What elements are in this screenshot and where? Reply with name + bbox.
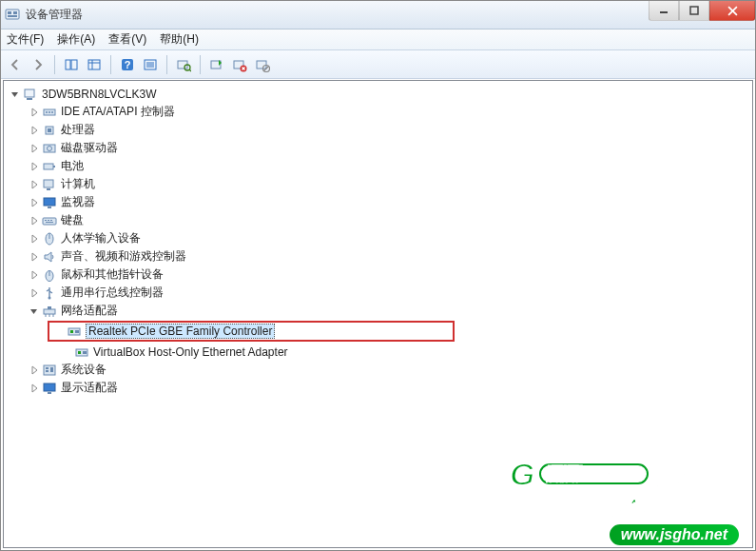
monitor-icon (42, 195, 57, 210)
svg-rect-39 (53, 166, 55, 167)
svg-rect-41 (47, 188, 50, 190)
sound-icon (42, 249, 57, 265)
tree-node[interactable]: 电池 (8, 157, 752, 175)
disable-button[interactable] (252, 54, 273, 75)
tree-node[interactable]: 计算机 (8, 175, 752, 193)
tree-node[interactable]: 3DW5BRN8LVCLK3W (8, 85, 752, 103)
tree-node[interactable]: 网络适配器 (8, 302, 752, 320)
toolbar-separator (200, 55, 201, 74)
svg-rect-6 (66, 60, 70, 69)
tree-node-label: 通用串行总线控制器 (61, 285, 164, 301)
svg-rect-38 (44, 164, 53, 169)
tree-node-label: 系统设备 (61, 362, 107, 378)
tree-node-label: 显示适配器 (61, 380, 118, 396)
tree-node[interactable]: 人体学输入设备 (8, 229, 752, 247)
expander-icon[interactable] (29, 287, 40, 299)
svg-rect-42 (44, 198, 55, 206)
svg-rect-25 (257, 61, 266, 69)
menu-help[interactable]: 帮助(H) (160, 31, 199, 48)
menu-action[interactable]: 操作(A) (57, 31, 95, 48)
expander-icon[interactable] (29, 305, 40, 317)
device-tree[interactable]: 3DW5BRN8LVCLK3WIDE ATA/ATAPI 控制器处理器磁盘驱动器… (8, 85, 752, 397)
svg-line-19 (189, 69, 191, 71)
expander-icon[interactable] (29, 107, 40, 118)
show-hide-console-button[interactable] (61, 54, 82, 75)
window-controls (649, 1, 755, 21)
close-button[interactable] (709, 1, 755, 21)
svg-rect-29 (27, 98, 32, 100)
expander-icon[interactable] (29, 161, 40, 172)
scan-hardware-button[interactable] (173, 54, 194, 75)
expander-icon[interactable] (29, 215, 40, 226)
uninstall-button[interactable] (229, 54, 250, 75)
menu-view[interactable]: 查看(V) (108, 31, 146, 48)
tree-node[interactable]: 监视器 (8, 193, 752, 211)
svg-rect-61 (75, 330, 79, 333)
ide-icon (42, 105, 57, 120)
expander-icon[interactable] (29, 383, 40, 394)
forward-button[interactable] (28, 54, 48, 75)
nic-icon (67, 324, 82, 339)
watermark-logo-icon: G (510, 458, 535, 490)
expander-icon[interactable] (29, 125, 40, 136)
tree-node-label: 网络适配器 (61, 303, 118, 319)
tree-node-label: 电池 (61, 158, 84, 174)
tree-node-label: 键盘 (61, 212, 84, 228)
expander-icon[interactable] (29, 197, 40, 208)
network-icon (42, 304, 57, 319)
svg-rect-1 (8, 11, 11, 14)
tree-node[interactable]: 显示适配器 (8, 379, 752, 397)
toolbar: ? (1, 50, 755, 79)
tree-node[interactable]: VirtualBox Host-Only Ethernet Adapter (8, 343, 752, 361)
update-driver-button[interactable] (206, 54, 227, 75)
svg-rect-48 (46, 222, 53, 223)
toolbar-separator (110, 55, 111, 74)
expander-icon[interactable] (29, 269, 40, 281)
tree-node[interactable]: 处理器 (8, 121, 752, 139)
svg-rect-7 (71, 60, 77, 69)
watermark-brand1-suffix: 软件园 (652, 460, 741, 488)
help-button[interactable]: ? (117, 54, 138, 75)
expander-icon[interactable] (61, 346, 72, 358)
expander-icon[interactable] (29, 364, 40, 376)
tree-node[interactable]: 系统设备 (8, 361, 752, 379)
svg-rect-55 (48, 306, 51, 309)
maximize-button[interactable] (679, 1, 709, 21)
display-icon (42, 381, 57, 396)
toolbar-separator (166, 55, 167, 74)
show-detail-button[interactable] (84, 54, 105, 75)
svg-point-33 (51, 111, 53, 113)
watermark-url: www.jsgho.net (608, 522, 741, 547)
tree-node[interactable]: 键盘 (8, 211, 752, 229)
properties-button[interactable] (140, 54, 161, 75)
svg-rect-54 (44, 309, 55, 314)
svg-rect-28 (25, 89, 34, 97)
menu-file[interactable]: 文件(F) (7, 31, 44, 48)
svg-rect-65 (44, 365, 55, 375)
tree-node[interactable]: Realtek PCIe GBE Family Controller (49, 323, 275, 341)
expander-icon[interactable] (29, 251, 40, 263)
expander-icon[interactable] (29, 143, 40, 154)
expander-icon[interactable] (61, 325, 65, 337)
back-button[interactable] (5, 54, 26, 75)
tree-node-label: 计算机 (61, 176, 95, 192)
tree-node-label: 监视器 (61, 194, 95, 210)
minimize-button[interactable] (649, 1, 679, 21)
tree-node[interactable]: 声音、视频和游戏控制器 (8, 247, 752, 266)
tree-node[interactable]: 通用串行总线控制器 (8, 284, 752, 302)
tree-node[interactable]: 磁盘驱动器 (8, 139, 752, 157)
svg-rect-45 (45, 220, 47, 221)
expander-icon[interactable] (29, 179, 40, 190)
watermark-brand1-sub: CR173.COM (581, 470, 639, 479)
svg-point-31 (46, 111, 48, 113)
svg-rect-46 (48, 220, 49, 221)
svg-rect-66 (46, 367, 48, 369)
tree-node-label: Realtek PCIe GBE Family Controller (86, 324, 275, 339)
tree-node-label: IDE ATA/ATAPI 控制器 (61, 104, 175, 120)
tree-node[interactable]: 鼠标和其他指针设备 (8, 266, 752, 284)
tree-node-label: 人体学输入设备 (61, 230, 141, 246)
svg-text:?: ? (125, 59, 131, 70)
tree-node[interactable]: IDE ATA/ATAPI 控制器 (8, 103, 752, 121)
expander-icon[interactable] (29, 233, 40, 245)
expander-icon[interactable] (10, 89, 21, 100)
